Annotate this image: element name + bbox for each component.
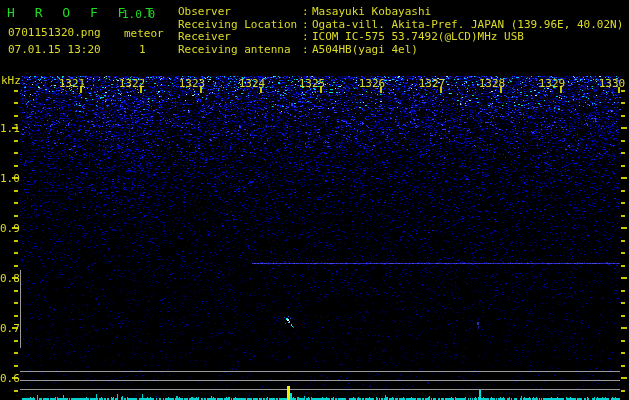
spectrogram-canvas (0, 0, 629, 400)
x-tick-label: 1328 (477, 77, 507, 90)
x-tick-label: 1325 (297, 77, 327, 90)
info-separator: : (302, 43, 309, 56)
x-tick-label: 1330 (597, 77, 627, 90)
y-tick-label: 1.0 (0, 172, 15, 185)
info-label-observer: Observer (178, 5, 231, 18)
y-tick-label: 0.8 (0, 272, 15, 285)
mode-label: meteor (124, 27, 164, 40)
x-tick-label: 1321 (57, 77, 87, 90)
y-tick-label: 1.1 (0, 122, 15, 135)
x-tick-label: 1323 (177, 77, 207, 90)
info-separator: : (302, 5, 309, 18)
info-value-antenna: A504HB(yagi 4el) (312, 43, 418, 56)
x-tick-label: 1329 (537, 77, 567, 90)
x-tick-label: 1327 (417, 77, 447, 90)
x-tick-label: 1324 (237, 77, 267, 90)
meteor-count: 1 (139, 43, 146, 56)
info-value-observer: Masayuki Kobayashi (312, 5, 431, 18)
info-label-receiver: Receiver (178, 30, 231, 43)
y-tick-label: 0.6 (0, 372, 15, 385)
info-value-receiver: ICOM IC-575 53.7492(@LCD)MHz USB (312, 30, 524, 43)
info-label-antenna: Receiving antenna (178, 43, 291, 56)
x-tick-label: 1322 (117, 77, 147, 90)
x-tick-label: 1326 (357, 77, 387, 90)
datetime-label: 07.01.15 13:20 (8, 43, 101, 56)
y-axis-unit: kHz (1, 74, 21, 87)
hrofft-screenshot: H R O F F T 1.0.0 0701151320.png meteor … (0, 0, 629, 400)
info-separator: : (302, 30, 309, 43)
output-filename: 0701151320.png (8, 26, 101, 39)
app-version: 1.0.0 (122, 8, 155, 21)
y-tick-label: 0.7 (0, 322, 15, 335)
y-tick-label: 0.9 (0, 222, 15, 235)
